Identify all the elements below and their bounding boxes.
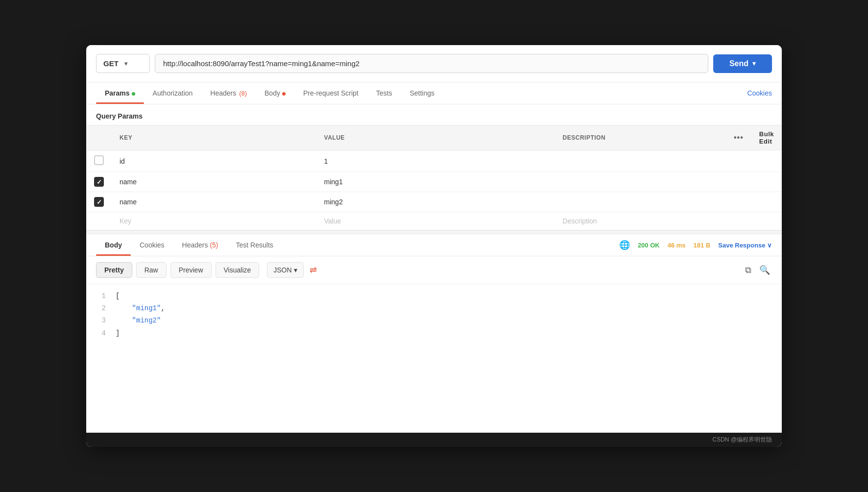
col-bulk: Bulk Edit [751,125,782,150]
url-input[interactable] [155,54,708,73]
url-bar: GET ▾ Send ▾ [86,45,782,82]
response-tabs: Body Cookies Headers (5) Test Results 🌐 … [86,234,782,256]
view-pretty-button[interactable]: Pretty [96,262,132,278]
line-content-1: [ [116,290,120,302]
method-chevron-icon: ▾ [124,60,143,67]
table-row: id 1 [86,150,782,172]
response-tab-test-results[interactable]: Test Results [227,234,282,256]
status-time: 46 ms [668,242,686,249]
row2-key[interactable]: name [112,172,316,192]
row2-checkbox[interactable] [94,177,104,187]
code-line: 3 "ming2" [96,315,772,327]
tab-pre-request[interactable]: Pre-request Script [294,82,367,104]
row1-value[interactable]: 1 [316,150,555,172]
table-row: name ming2 [86,192,782,212]
send-chevron-icon: ▾ [752,60,756,67]
line-content-3: "ming2" [116,315,161,327]
row4-check-cell [86,212,112,230]
view-raw-button[interactable]: Raw [136,262,167,278]
row3-description[interactable] [555,192,726,212]
view-preview-button[interactable]: Preview [170,262,212,278]
tab-tests[interactable]: Tests [367,82,401,104]
col-description: DESCRIPTION [555,125,726,150]
row1-checkbox[interactable] [94,155,104,165]
response-toolbar: Pretty Raw Preview Visualize JSON ▾ ⇌ ⧉ … [86,256,782,284]
format-selector[interactable]: JSON ▾ [267,262,303,278]
response-tab-body[interactable]: Body [96,234,131,256]
line-num-3: 3 [96,315,106,327]
row2-check-cell [86,172,112,192]
line-num-2: 2 [96,302,106,315]
col-actions: ••• [726,125,751,150]
query-params-title: Query Params [86,104,782,125]
line-num-4: 4 [96,327,106,340]
method-label: GET [103,59,121,68]
row4-description-placeholder[interactable]: Description [555,212,726,230]
response-headers-badge: (5) [210,241,218,249]
tab-headers[interactable]: Headers (8) [201,82,256,104]
table-row-placeholder: Key Value Description [86,212,782,230]
bulk-edit-button[interactable]: Bulk Edit [759,130,774,145]
code-area: 1 [ 2 "ming1", 3 "ming2" 4 ] [86,284,782,433]
view-visualize-button[interactable]: Visualize [216,262,260,278]
wrap-icon[interactable]: ⇌ [310,265,317,275]
save-response-button[interactable]: Save Response ∨ [718,242,772,249]
col-key: KEY [112,125,316,150]
row4-value-placeholder[interactable]: Value [316,212,555,230]
tab-authorization[interactable]: Authorization [144,82,202,104]
copy-icon[interactable]: ⧉ [743,263,753,277]
bottom-text: CSDN @编程界明世隐 [712,436,772,444]
search-icon[interactable]: 🔍 [757,263,772,277]
line-content-2: "ming1", [116,302,165,315]
table-row: name ming1 [86,172,782,192]
string-ming1: "ming1" [132,304,161,312]
params-dot [132,92,135,96]
method-selector[interactable]: GET ▾ [96,54,150,73]
col-value: VALUE [316,125,555,150]
tab-settings[interactable]: Settings [401,82,443,104]
line-content-4: ] [116,327,120,340]
status-info: 🌐 200 OK 46 ms 181 B Save Response ∨ [619,240,772,250]
send-label: Send [729,59,748,68]
row1-description[interactable] [555,150,726,172]
more-options-icon[interactable]: ••• [734,133,744,142]
params-table: KEY VALUE DESCRIPTION ••• Bulk Edit id 1 [86,125,782,230]
body-dot [282,92,286,96]
section-divider [86,230,782,234]
status-code: 200 OK [638,242,660,249]
code-line: 1 [ [96,290,772,302]
row4-key-placeholder[interactable]: Key [112,212,316,230]
status-size: 181 B [694,242,711,249]
cookies-link[interactable]: Cookies [747,82,772,104]
tab-body[interactable]: Body [256,82,294,104]
send-button[interactable]: Send ▾ [713,54,772,73]
row2-description[interactable] [555,172,726,192]
col-check [86,125,112,150]
globe-icon: 🌐 [619,240,630,250]
row3-check-cell [86,192,112,212]
format-chevron-icon: ▾ [294,266,297,274]
response-tab-cookies[interactable]: Cookies [131,234,173,256]
string-ming2: "ming2" [132,317,161,324]
code-line: 4 ] [96,327,772,340]
bottom-bar: CSDN @编程界明世隐 [86,433,782,447]
row1-check-cell [86,150,112,172]
row3-key[interactable]: name [112,192,316,212]
row3-checkbox[interactable] [94,197,104,207]
tab-params[interactable]: Params [96,82,144,104]
row1-key[interactable]: id [112,150,316,172]
row2-value[interactable]: ming1 [316,172,555,192]
row3-value[interactable]: ming2 [316,192,555,212]
line-num-1: 1 [96,290,106,302]
code-line: 2 "ming1", [96,302,772,315]
response-tab-headers[interactable]: Headers (5) [173,234,227,256]
headers-badge: (8) [239,90,247,97]
request-tabs: Params Authorization Headers (8) Body Pr… [86,82,782,104]
response-section: Body Cookies Headers (5) Test Results 🌐 … [86,234,782,433]
